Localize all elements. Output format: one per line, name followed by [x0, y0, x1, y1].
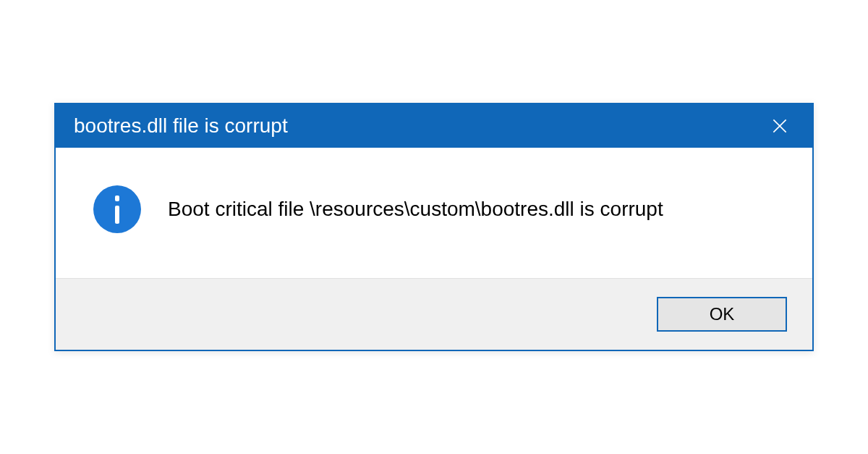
close-icon — [770, 117, 789, 135]
dialog-title: bootres.dll file is corrupt — [74, 114, 288, 138]
dialog-button-area: OK — [56, 278, 812, 350]
close-button[interactable] — [762, 108, 798, 144]
info-icon — [92, 184, 142, 235]
dialog-content: Boot critical file \resources\custom\boo… — [56, 148, 812, 278]
svg-rect-3 — [115, 196, 119, 201]
dialog-titlebar: bootres.dll file is corrupt — [56, 104, 812, 148]
dialog-message: Boot critical file \resources\custom\boo… — [168, 198, 663, 221]
svg-rect-4 — [115, 206, 119, 224]
error-dialog: bootres.dll file is corrupt Boot critica… — [54, 103, 814, 351]
ok-button[interactable]: OK — [657, 297, 787, 332]
